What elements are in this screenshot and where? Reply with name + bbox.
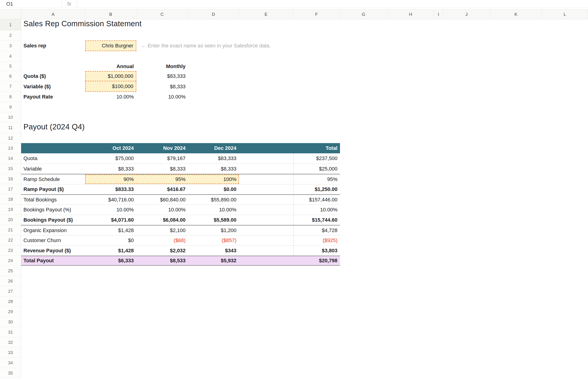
- row-header-2[interactable]: 2: [0, 30, 21, 41]
- cell-B17[interactable]: $833.33: [85, 185, 136, 194]
- cell-B23[interactable]: $1,428: [85, 246, 136, 255]
- cell-E15[interactable]: [239, 164, 293, 174]
- cell-F16[interactable]: 95%: [293, 174, 340, 184]
- formula-input[interactable]: [77, 0, 588, 8]
- row-header-35[interactable]: 35: [0, 368, 21, 378]
- row-header-5[interactable]: 5: [0, 62, 21, 71]
- row-header-11[interactable]: 11: [0, 123, 21, 133]
- cell-C21[interactable]: $2,100: [136, 226, 188, 235]
- cell-B21[interactable]: $1,428: [85, 226, 136, 235]
- cell-C20[interactable]: $6,084.00: [136, 215, 188, 225]
- cell-D24[interactable]: $5,932: [188, 256, 239, 265]
- row-header-14[interactable]: 14: [0, 153, 21, 164]
- cell-F23[interactable]: $3,803: [293, 246, 340, 255]
- column-header-E[interactable]: E: [239, 9, 293, 19]
- cell-D21[interactable]: $1,200: [188, 226, 239, 235]
- row-header-25[interactable]: 25: [0, 266, 21, 276]
- row-header-8[interactable]: 8: [0, 92, 21, 102]
- cell-F22[interactable]: ($925): [293, 235, 340, 245]
- row-header-15[interactable]: 15: [0, 164, 21, 174]
- row-header-31[interactable]: 31: [0, 327, 21, 337]
- cell-A8[interactable]: Payout Rate: [21, 92, 85, 102]
- cell-F18[interactable]: $157,446.00: [293, 195, 340, 204]
- row-header-24[interactable]: 24: [0, 255, 21, 266]
- cell-B22[interactable]: $0: [85, 235, 136, 245]
- cell-A20[interactable]: Bookings Payout ($): [21, 215, 85, 225]
- cell-C8[interactable]: 10.00%: [136, 92, 188, 102]
- row-header-28[interactable]: 28: [0, 296, 21, 307]
- cell-A14[interactable]: Quota: [21, 153, 85, 164]
- cell-A23[interactable]: Revenue Payout ($): [21, 246, 85, 255]
- row-header-20[interactable]: 20: [0, 215, 21, 225]
- cell-C6[interactable]: $83,333: [136, 71, 188, 81]
- cell-E19[interactable]: [239, 205, 293, 215]
- row-header-23[interactable]: 23: [0, 245, 21, 255]
- cell-C13[interactable]: Nov 2024: [136, 143, 188, 153]
- cell-A11[interactable]: Payout (2024 Q4): [21, 123, 588, 131]
- cell-A19[interactable]: Bookings Payout (%): [21, 205, 85, 215]
- row-header-4[interactable]: 4: [0, 51, 21, 62]
- row-header-18[interactable]: 18: [0, 194, 21, 204]
- column-header-L[interactable]: L: [542, 9, 588, 19]
- cell-B24[interactable]: $6,333: [85, 256, 136, 265]
- cell-B7[interactable]: $100,000: [85, 81, 136, 92]
- cell-E23[interactable]: [239, 246, 293, 255]
- cell-A15[interactable]: Variable: [21, 164, 85, 174]
- row-header-22[interactable]: 22: [0, 235, 21, 245]
- cell-A3[interactable]: Sales rep: [21, 41, 85, 51]
- cell-F17[interactable]: $1,250.00: [293, 185, 340, 194]
- cell-B6[interactable]: $1,000,000: [85, 71, 136, 81]
- row-header-21[interactable]: 21: [0, 225, 21, 235]
- cell-A21[interactable]: Organic Expansion: [21, 226, 85, 235]
- row-header-13[interactable]: 13: [0, 143, 21, 153]
- cell-C16[interactable]: 95%: [136, 174, 188, 184]
- row-header-16[interactable]: 16: [0, 174, 21, 184]
- cell-D14[interactable]: $83,333: [188, 153, 239, 164]
- cell-B13[interactable]: Oct 2024: [85, 143, 136, 153]
- cell-E18[interactable]: [239, 195, 293, 204]
- cell-E13[interactable]: [239, 143, 293, 153]
- cell-A6[interactable]: Quota ($): [21, 71, 85, 81]
- cell-B8[interactable]: 10.00%: [85, 92, 136, 102]
- cell-B18[interactable]: $40,716.00: [85, 195, 136, 204]
- cell-C5[interactable]: Monthly: [136, 62, 188, 71]
- cell-E20[interactable]: [239, 215, 293, 225]
- row-header-17[interactable]: 17: [0, 184, 21, 194]
- cell-A22[interactable]: Customer Churn: [21, 235, 85, 245]
- cell-C22[interactable]: ($68): [136, 235, 188, 245]
- row-header-1[interactable]: 1: [0, 19, 21, 30]
- cell-F24[interactable]: $20,798: [293, 256, 340, 265]
- row-header-32[interactable]: 32: [0, 337, 21, 348]
- cell-C15[interactable]: $8,333: [136, 164, 188, 174]
- cell-C7[interactable]: $8,333: [136, 81, 188, 92]
- row-header-9[interactable]: 9: [0, 102, 21, 112]
- cell-A13[interactable]: [21, 143, 85, 153]
- column-header-A[interactable]: A: [21, 9, 85, 19]
- row-header-7[interactable]: 7: [0, 81, 21, 92]
- column-header-F[interactable]: F: [293, 9, 340, 19]
- column-header-H[interactable]: H: [387, 9, 434, 19]
- cell-A5[interactable]: [21, 62, 85, 71]
- cell-E24[interactable]: [239, 256, 293, 265]
- cell-A17[interactable]: Ramp Payout ($): [21, 185, 85, 194]
- cell-B16[interactable]: 90%: [85, 174, 136, 184]
- cell-D16[interactable]: 100%: [188, 174, 239, 184]
- cell-D19[interactable]: 10.00%: [188, 205, 239, 215]
- cell-A24[interactable]: Total Payout: [21, 256, 85, 265]
- cell-F15[interactable]: $25,000: [293, 164, 340, 174]
- cell-A18[interactable]: Total Bookings: [21, 195, 85, 204]
- cell-A1[interactable]: Sales Rep Commission Statement: [21, 19, 588, 28]
- row-header-34[interactable]: 34: [0, 358, 21, 368]
- cell-A16[interactable]: Ramp Schedule: [21, 174, 85, 184]
- cell-C18[interactable]: $60,840.00: [136, 195, 188, 204]
- cell-D23[interactable]: $343: [188, 246, 239, 255]
- row-header-3[interactable]: 3: [0, 41, 21, 51]
- cell-C17[interactable]: $416.67: [136, 185, 188, 194]
- cell-F14[interactable]: $237,500: [293, 153, 340, 164]
- cell-F13[interactable]: Total: [293, 143, 340, 153]
- cell-D20[interactable]: $5,589.00: [188, 215, 239, 225]
- cell-C19[interactable]: 10.00%: [136, 205, 188, 215]
- row-header-30[interactable]: 30: [0, 317, 21, 327]
- cell-B19[interactable]: 10.00%: [85, 205, 136, 215]
- cell-E22[interactable]: [239, 235, 293, 245]
